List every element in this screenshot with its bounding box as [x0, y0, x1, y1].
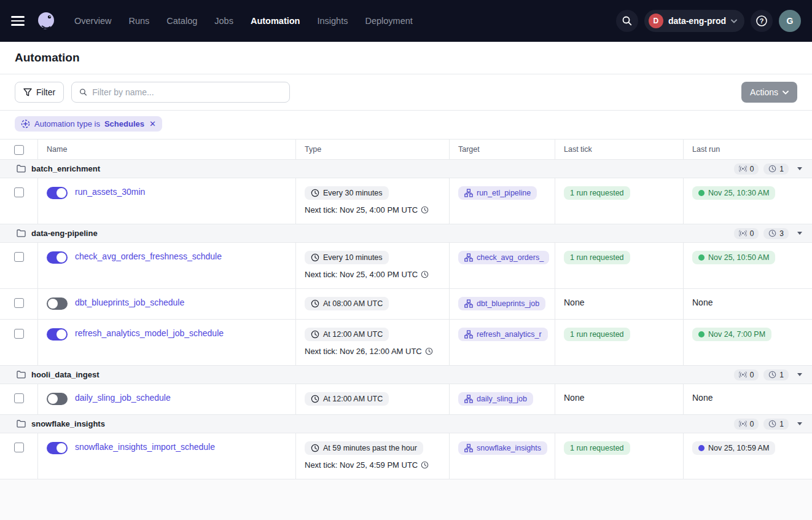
filter-chip-label: Automation type is — [34, 119, 100, 128]
nav-item-deployment[interactable]: Deployment — [358, 11, 419, 31]
job-graph-icon — [464, 444, 473, 452]
row-checkbox[interactable] — [14, 252, 24, 262]
schedule-toggle[interactable] — [47, 297, 68, 310]
automation-name-link[interactable]: run_assets_30min — [75, 187, 145, 197]
last-tick-status-pill: 1 run requested — [564, 186, 630, 200]
row-checkbox[interactable] — [14, 187, 24, 197]
user-avatar[interactable]: G — [779, 10, 801, 32]
clock-icon — [421, 270, 429, 278]
last-tick-status-pill: 1 run requested — [564, 328, 630, 341]
primary-nav: Overview Runs Catalog Jobs Automation In… — [68, 11, 420, 31]
row-checkbox[interactable] — [14, 298, 24, 308]
nav-item-insights[interactable]: Insights — [310, 11, 354, 31]
target-job-pill[interactable]: dbt_blueprints_job — [458, 297, 545, 310]
automation-name-link[interactable]: snowflake_insights_import_schedule — [75, 442, 215, 452]
schedule-toggle[interactable] — [47, 442, 68, 454]
page-bottom-area — [0, 479, 812, 520]
collapse-group-button[interactable] — [797, 373, 802, 376]
collapse-group-button[interactable] — [797, 422, 802, 425]
name-filter-input[interactable] — [92, 87, 282, 97]
sensor-count-badge: 0 — [734, 369, 759, 380]
funnel-icon — [23, 88, 32, 97]
group-header-row: data-eng-pipeline 0 3 — [0, 224, 812, 243]
schedule-type-pill: At 08:00 AM UTC — [305, 297, 389, 310]
schedule-toggle[interactable] — [47, 251, 68, 264]
column-header-target: Target — [449, 140, 555, 159]
nav-item-catalog[interactable]: Catalog — [160, 11, 204, 31]
group-header-row: batch_enrichment 0 1 — [0, 160, 812, 178]
automation-name-link[interactable]: daily_sling_job_schedule — [75, 393, 171, 403]
automation-row: refresh_analytics_model_job_schedule At … — [0, 320, 812, 366]
clock-icon — [311, 299, 319, 308]
target-job-pill[interactable]: check_avg_orders_ — [458, 251, 549, 264]
group-name: hooli_data_ingest — [31, 370, 100, 379]
filter-chip-value: Schedules — [104, 119, 144, 128]
filter-button[interactable]: Filter — [15, 82, 64, 103]
schedule-count-badge: 1 — [763, 419, 789, 430]
job-graph-icon — [464, 189, 473, 197]
clock-icon — [425, 347, 433, 355]
row-checkbox[interactable] — [14, 393, 24, 403]
schedule-toggle[interactable] — [47, 187, 68, 199]
select-all-checkbox[interactable] — [14, 145, 24, 155]
automation-icon — [21, 119, 30, 128]
column-header-last-tick: Last tick — [555, 140, 683, 159]
target-job-pill[interactable]: run_etl_pipeline — [458, 186, 537, 200]
job-graph-icon — [464, 299, 473, 308]
schedule-type-pill: At 59 minutes past the hour — [305, 441, 423, 455]
last-tick-status-pill: 1 run requested — [564, 441, 630, 455]
schedule-toggle[interactable] — [47, 328, 68, 341]
svg-text:?: ? — [760, 17, 764, 25]
group-name: snowflake_insights — [31, 419, 105, 428]
workspace-name: data-eng-prod — [668, 16, 726, 26]
collapse-group-button[interactable] — [797, 167, 802, 170]
next-tick-text: Next tick: Nov 25, 4:00 PM UTC — [305, 270, 440, 279]
sensor-icon — [739, 371, 747, 378]
schedule-count-badge: 3 — [763, 228, 789, 239]
search-icon[interactable] — [616, 10, 638, 32]
job-graph-icon — [464, 395, 473, 403]
clock-icon — [311, 330, 319, 339]
automation-table-body: batch_enrichment 0 1 run_assets_30min Ev… — [0, 160, 812, 479]
target-job-pill[interactable]: daily_sling_job — [458, 392, 533, 406]
nav-item-automation[interactable]: Automation — [244, 11, 307, 31]
menu-hamburger-icon[interactable] — [11, 16, 25, 26]
last-run-pill[interactable]: Nov 24, 7:00 PM — [692, 328, 771, 341]
last-run-pill[interactable]: Nov 25, 10:30 AM — [692, 186, 775, 200]
nav-item-overview[interactable]: Overview — [68, 11, 118, 31]
search-icon — [79, 88, 87, 97]
schedule-type-pill: Every 30 minutes — [305, 186, 389, 200]
name-filter-field[interactable] — [71, 82, 290, 103]
collapse-group-button[interactable] — [797, 232, 802, 235]
target-job-pill[interactable]: snowflake_insights — [458, 441, 547, 455]
remove-filter-icon[interactable]: ✕ — [149, 119, 156, 128]
automation-name-link[interactable]: refresh_analytics_model_job_schedule — [75, 328, 224, 338]
clock-icon — [311, 253, 319, 262]
page-title: Automation — [15, 51, 797, 65]
row-checkbox[interactable] — [14, 443, 24, 452]
schedule-toggle[interactable] — [47, 393, 68, 405]
row-checkbox[interactable] — [14, 329, 24, 339]
run-status-dot-icon — [698, 331, 705, 337]
automation-row: snowflake_insights_import_schedule At 59… — [0, 433, 812, 479]
automation-name-link[interactable]: dbt_blueprints_job_schedule — [75, 297, 184, 307]
group-name: data-eng-pipeline — [31, 229, 98, 238]
target-job-pill[interactable]: refresh_analytics_r — [458, 328, 548, 341]
sensor-count-badge: 0 — [734, 419, 759, 430]
dagster-logo-icon[interactable] — [34, 9, 58, 33]
automation-name-link[interactable]: check_avg_orders_freshness_schdule — [75, 251, 222, 261]
help-icon[interactable]: ? — [751, 10, 773, 32]
last-run-pill[interactable]: Nov 25, 10:50 AM — [692, 251, 775, 264]
sensor-count-badge: 0 — [734, 163, 759, 175]
run-status-dot-icon — [698, 445, 705, 451]
nav-item-jobs[interactable]: Jobs — [208, 11, 240, 31]
chevron-down-icon — [731, 19, 737, 23]
schedule-type-pill: At 12:00 AM UTC — [305, 328, 389, 341]
workspace-switcher[interactable]: D data-eng-prod — [644, 10, 744, 32]
nav-item-runs[interactable]: Runs — [122, 11, 156, 31]
sensor-count-badge: 0 — [734, 228, 759, 239]
group-header-row: hooli_data_ingest 0 1 — [0, 366, 812, 384]
actions-button[interactable]: Actions — [741, 82, 797, 103]
last-run-pill[interactable]: Nov 25, 10:59 AM — [692, 441, 775, 455]
clock-icon — [768, 229, 776, 237]
